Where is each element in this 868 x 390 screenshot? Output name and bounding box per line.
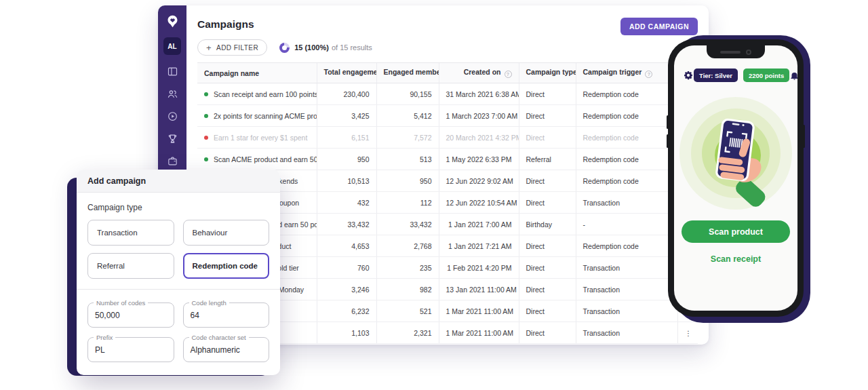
cell-text: 1 Mar 2021 11:00 AM — [446, 307, 514, 315]
cell-members: 2,321 — [376, 322, 439, 344]
cell-text: Earn 1 star for every $1 spent — [214, 134, 307, 142]
input-field[interactable]: Number of codes50,000 — [87, 303, 174, 328]
results-donut-icon — [279, 43, 290, 53]
cell-text: Direct — [526, 264, 545, 272]
cell-total: 1,103 — [317, 322, 376, 344]
cell-type: Direct — [519, 279, 576, 300]
add-campaign-button[interactable]: ADD CAMPAIGN — [620, 18, 698, 35]
cell-text: 90,155 — [410, 90, 431, 98]
cell-text: Direct — [526, 307, 545, 315]
column-header[interactable]: Engaged members? — [376, 63, 439, 83]
cell-name: 2x points for scanning ACME product — [197, 105, 317, 127]
cell-text: 982 — [420, 286, 432, 294]
column-header[interactable]: Created on? — [439, 63, 519, 83]
input-field[interactable]: PrefixPL — [87, 337, 174, 362]
cell-type: Direct — [519, 192, 576, 214]
cell-text: 1 Mar 2021 11:00 AM — [446, 329, 514, 337]
table-header-row: Campaign nameTotal engagement?Engaged me… — [197, 63, 698, 83]
column-header[interactable]: Campaign name — [197, 63, 317, 83]
column-header[interactable]: Campaign trigger? — [576, 63, 677, 83]
table-row[interactable]: Earn 1 star for every $1 spent6,1517,572… — [197, 127, 698, 149]
cell-trigger: Transaction — [576, 300, 677, 322]
cell-trigger: Transaction — [576, 279, 677, 300]
campaign-type-option[interactable]: Referral — [87, 253, 174, 279]
column-header-label: Total engagement — [324, 68, 377, 76]
cell-trigger: Redemption code — [576, 105, 677, 127]
tier-badge: Tier: Silver — [694, 69, 738, 82]
table-row[interactable]: 2x points for scanning ACME product3,425… — [197, 105, 698, 127]
campaign-type-option[interactable]: Redemption code — [183, 253, 270, 279]
cell-text: 2x points for scanning ACME product — [214, 112, 317, 120]
cell-members: 982 — [376, 279, 439, 300]
status-dot-icon — [204, 92, 208, 96]
cell-members: 5,412 — [376, 105, 439, 127]
column-header-label: Campaign name — [204, 69, 259, 77]
column-header[interactable]: Campaign type? — [519, 63, 576, 83]
campaign-type-option[interactable]: Transaction — [87, 220, 174, 246]
column-header[interactable]: Total engagement? — [317, 63, 376, 83]
automations-icon[interactable] — [159, 105, 186, 128]
cell-text: Birthday — [526, 220, 553, 229]
cell-members: 2,768 — [376, 235, 439, 257]
cell-total: 6,151 — [317, 127, 376, 149]
board-icon[interactable] — [159, 60, 186, 83]
cell-text: 13 Jan 2021 11:00 AM — [446, 286, 517, 294]
cell-text: Direct — [526, 199, 545, 207]
add-filter-button[interactable]: + ADD FILTER — [197, 39, 267, 56]
input-field[interactable]: Code character setAlphanumeric — [183, 337, 270, 362]
rewards-icon[interactable] — [159, 128, 186, 150]
cell-total: 3,425 — [317, 105, 376, 127]
campaign-type-option[interactable]: Behaviour — [183, 220, 270, 246]
table-row[interactable]: Scan ACME product and earn 50 points9505… — [197, 149, 698, 170]
cell-trigger: Redemption code — [576, 149, 677, 170]
cell-name: Scan receipt and earn 100 points — [197, 83, 317, 105]
cell-members: 950 — [376, 170, 439, 192]
input-field[interactable]: Code length64 — [183, 303, 270, 328]
column-header-label: Campaign type — [526, 68, 576, 76]
cell-text: Direct — [526, 134, 545, 142]
cell-members: 33,432 — [376, 214, 439, 235]
scan-receipt-link[interactable]: Scan receipt — [674, 254, 797, 264]
phone-notch — [707, 45, 765, 58]
cell-text: 1 Jan 2021 7:00 AM — [448, 220, 511, 229]
cell-text: Direct — [526, 112, 545, 120]
scan-product-button[interactable]: Scan product — [682, 220, 790, 243]
cell-text: 31 March 2021 6:38 AM — [446, 90, 519, 98]
members-icon[interactable] — [159, 83, 186, 105]
cell-text: Referral — [526, 155, 551, 163]
cell-created: 1 Feb 2021 4:20 PM — [439, 257, 519, 279]
results-count: 15 (100%) — [294, 43, 329, 52]
cell-text: Redemption code — [583, 134, 639, 142]
field-label: Number of codes — [94, 299, 148, 307]
cell-created: 12 Jun 2022 9:02 AM — [439, 170, 519, 192]
cell-total: 3,246 — [317, 279, 376, 300]
notifications-bell-icon[interactable] — [789, 71, 797, 81]
cell-type: Direct — [519, 235, 576, 257]
cell-text: 12 Jun 2022 9:02 AM — [446, 177, 513, 185]
cell-text: 33,432 — [410, 220, 431, 229]
cell-text: Direct — [526, 242, 545, 250]
phone-volume-down-button — [667, 134, 669, 148]
cell-members: 90,155 — [376, 83, 439, 105]
cell-text: Scan ACME product and earn 50 points — [214, 155, 317, 163]
row-menu-kebab-icon[interactable]: ⋮ — [677, 322, 698, 344]
cell-members: 112 — [376, 192, 439, 214]
status-dot-icon — [204, 157, 208, 161]
cell-text: 5,412 — [414, 112, 431, 120]
cell-name: Scan ACME product and earn 50 points — [197, 149, 317, 170]
settings-gear-icon[interactable] — [683, 70, 694, 81]
cell-total: 950 — [317, 149, 376, 170]
info-icon[interactable]: ? — [645, 71, 652, 78]
cell-text: 2,321 — [414, 329, 431, 337]
cell-type: Direct — [519, 83, 576, 105]
info-icon[interactable]: ? — [505, 71, 512, 78]
cell-text: Direct — [526, 177, 545, 185]
cell-text: 432 — [357, 199, 370, 207]
cell-created: 13 Jan 2021 11:00 AM — [439, 279, 519, 300]
table-row[interactable]: Scan receipt and earn 100 points230,4009… — [197, 83, 698, 105]
cell-members: 7,572 — [376, 127, 439, 149]
cell-total: 10,513 — [317, 170, 376, 192]
phone-power-button — [803, 125, 805, 148]
cell-text: 7,572 — [414, 134, 431, 142]
workspace-avatar[interactable]: AL — [163, 37, 181, 55]
